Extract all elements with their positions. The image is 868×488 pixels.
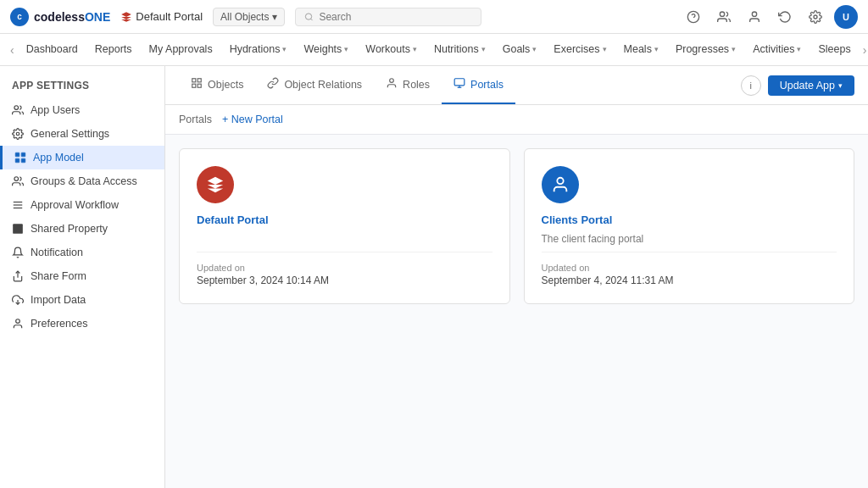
default-portal-updated-date: September 3, 2024 10:14 AM	[197, 274, 492, 286]
update-app-button[interactable]: Update App ▾	[768, 75, 854, 96]
clients-portal-updated-date: September 4, 2024 11:31 AM	[542, 274, 837, 286]
sidebar-item-approval-workflow[interactable]: Approval Workflow	[0, 193, 164, 217]
tab-portals[interactable]: Portals	[442, 66, 515, 104]
import-data-icon	[12, 294, 24, 306]
svg-point-29	[557, 178, 563, 184]
nav-item-weights[interactable]: Weights▾	[295, 34, 357, 66]
app-users-icon	[12, 104, 24, 116]
logo-text: codelessONE	[34, 10, 110, 24]
svg-point-7	[14, 106, 19, 110]
tab-objects[interactable]: Objects	[179, 66, 255, 104]
sidebar-item-app-model[interactable]: App Model	[0, 146, 164, 169]
sidebar-title: App Settings	[0, 75, 164, 98]
share-form-icon	[12, 270, 24, 282]
sidebar-item-groups-data-access[interactable]: Groups & Data Access	[0, 169, 164, 193]
person-add-icon[interactable]	[743, 5, 766, 29]
default-portal-updated-label: Updated on	[197, 263, 492, 273]
clients-portal-footer: Updated on September 4, 2024 11:31 AM	[542, 252, 837, 286]
svg-rect-11	[15, 158, 19, 163]
portal-card-default[interactable]: Default Portal Updated on September 3, 2…	[179, 148, 510, 304]
nav-item-progresses[interactable]: Progresses▾	[667, 34, 744, 66]
tab-roles[interactable]: Roles	[374, 66, 442, 104]
app-model-icon	[14, 152, 26, 164]
clients-portal-description: The client facing portal	[542, 233, 837, 245]
new-portal-button[interactable]: + New Portal	[222, 114, 283, 125]
sidebar-item-import-data[interactable]: Import Data	[0, 288, 164, 312]
preferences-icon	[12, 318, 24, 330]
nav-left-arrow[interactable]: ‹	[7, 43, 18, 57]
shared-property-icon	[12, 223, 24, 235]
history-icon[interactable]	[773, 5, 797, 29]
sidebar-item-shared-property[interactable]: Shared Property	[0, 217, 164, 241]
nav-item-sleeps[interactable]: Sleeps	[810, 34, 859, 66]
secondary-nav: ‹ Dashboard Reports My Approvals Hydrati…	[0, 34, 868, 66]
avatar[interactable]: U	[834, 5, 858, 29]
nav-item-dashboard[interactable]: Dashboard	[18, 34, 86, 66]
svg-rect-21	[192, 79, 196, 82]
nav-item-hydrations[interactable]: Hydrations▾	[221, 34, 296, 66]
svg-rect-9	[15, 152, 19, 157]
sidebar-item-preferences[interactable]: Preferences	[0, 312, 164, 336]
svg-rect-12	[21, 158, 25, 163]
svg-rect-10	[21, 152, 25, 157]
svg-rect-24	[192, 84, 196, 87]
svg-rect-17	[13, 224, 23, 234]
search-bar[interactable]	[295, 8, 481, 26]
top-bar: c codelessONE Default Portal All Objects…	[0, 0, 868, 34]
help-icon[interactable]	[682, 5, 705, 29]
objects-tab-icon	[191, 77, 203, 92]
nav-item-my-approvals[interactable]: My Approvals	[141, 34, 221, 66]
svg-point-25	[390, 79, 394, 83]
nav-item-goals[interactable]: Goals▾	[494, 34, 546, 66]
logo-icon: c	[10, 8, 29, 26]
object-relations-tab-icon	[267, 77, 279, 92]
portals-tab-icon	[453, 77, 465, 92]
header-actions: i Update App ▾	[741, 75, 854, 96]
search-icon	[304, 12, 314, 22]
default-portal-footer: Updated on September 3, 2024 10:14 AM	[197, 252, 492, 286]
nav-item-meals[interactable]: Meals▾	[615, 34, 667, 66]
update-btn-arrow: ▾	[838, 81, 843, 90]
portal-card-clients[interactable]: Clients Portal The client facing portal …	[524, 148, 855, 304]
clients-portal-icon	[542, 166, 579, 203]
default-portal-name: Default Portal	[197, 214, 492, 226]
svg-line-1	[311, 19, 313, 20]
content-header: Objects Object Relations Roles	[165, 66, 868, 105]
logo: c codelessONE	[10, 8, 110, 26]
sidebar-item-notification[interactable]: Notification	[0, 241, 164, 264]
sidebar-item-share-form[interactable]: Share Form	[0, 264, 164, 288]
sidebar: App Settings App Users General Settings …	[0, 66, 165, 488]
clients-portal-updated-label: Updated on	[542, 263, 837, 273]
sidebar-item-app-users[interactable]: App Users	[0, 98, 164, 122]
portal-name: Default Portal	[136, 10, 203, 23]
nav-right-arrow[interactable]: ›	[860, 43, 868, 57]
approval-workflow-icon	[12, 199, 24, 211]
portals-bar: Portals + New Portal	[165, 105, 868, 135]
tab-object-relations[interactable]: Object Relations	[255, 66, 374, 104]
nav-item-reports[interactable]: Reports	[86, 34, 141, 66]
svg-point-0	[306, 13, 312, 19]
nav-item-activities[interactable]: Activities▾	[744, 34, 810, 66]
svg-point-20	[16, 319, 20, 324]
nav-item-workouts[interactable]: Workouts▾	[357, 34, 426, 66]
clients-portal-name: Clients Portal	[542, 214, 837, 226]
sidebar-item-general-settings[interactable]: General Settings	[0, 122, 164, 146]
content-area: Objects Object Relations Roles	[165, 66, 868, 488]
info-button[interactable]: i	[741, 75, 761, 96]
main-layout: App Settings App Users General Settings …	[0, 66, 868, 488]
settings-icon[interactable]	[804, 5, 827, 29]
svg-point-5	[752, 12, 756, 16]
all-objects-dropdown[interactable]: All Objects ▾	[213, 8, 285, 26]
portals-grid: Default Portal Updated on September 3, 2…	[165, 135, 868, 318]
svg-point-8	[16, 132, 19, 136]
notification-icon	[12, 247, 24, 258]
svg-point-6	[814, 15, 817, 19]
nav-item-exercises[interactable]: Exercises▾	[545, 34, 615, 66]
svg-point-13	[14, 177, 19, 181]
nav-item-nutritions[interactable]: Nutritions▾	[426, 34, 494, 66]
top-bar-actions: U	[682, 5, 858, 29]
search-input[interactable]	[319, 11, 472, 23]
groups-data-access-icon	[12, 175, 24, 187]
svg-rect-22	[198, 79, 201, 82]
team-icon[interactable]	[712, 5, 736, 29]
